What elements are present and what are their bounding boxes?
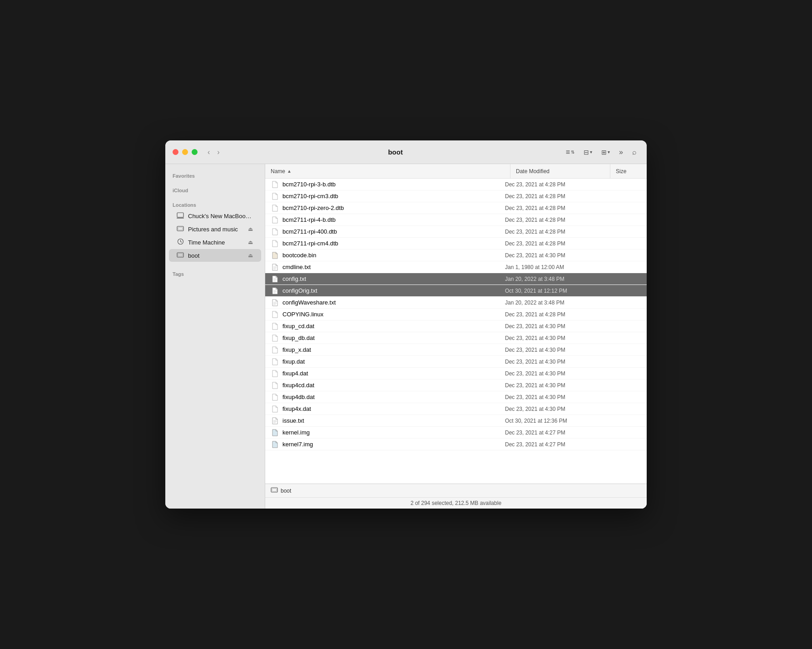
file-date: Dec 23, 2021 at 4:28 PM bbox=[505, 229, 605, 235]
file-name: fixup_db.dat bbox=[282, 334, 505, 341]
path-bar: boot bbox=[265, 484, 647, 498]
eject-boot-button[interactable]: ⏏ bbox=[247, 251, 254, 260]
clock-icon bbox=[176, 238, 184, 246]
table-row[interactable]: bcm2710-rpi-zero-2.dtb Dec 23, 2021 at 4… bbox=[265, 202, 647, 214]
file-icon bbox=[271, 240, 279, 248]
file-name: fixup4db.dat bbox=[282, 394, 505, 400]
file-name: bcm2710-rpi-zero-2.dtb bbox=[282, 205, 505, 211]
list-icon: ≡ bbox=[566, 148, 570, 156]
file-icon bbox=[271, 440, 279, 449]
table-row[interactable]: fixup_cd.dat Dec 23, 2021 at 4:30 PM bbox=[265, 320, 647, 332]
favorites-header: Favorites bbox=[165, 170, 265, 180]
eject-timemachine-button[interactable]: ⏏ bbox=[247, 238, 254, 246]
file-name: fixup4.dat bbox=[282, 370, 505, 377]
file-name: cmdline.txt bbox=[282, 264, 505, 270]
minimize-button[interactable] bbox=[182, 149, 188, 155]
sort-arrow-icon: ▲ bbox=[287, 169, 292, 174]
file-name: kernel7.img bbox=[282, 441, 505, 448]
macbook-label: Chuck's New MacBook Pro bbox=[188, 213, 254, 220]
locations-header: Locations bbox=[165, 199, 265, 210]
file-name: COPYING.linux bbox=[282, 311, 505, 318]
sidebar-item-boot[interactable]: boot ⏏ bbox=[169, 249, 261, 262]
search-button[interactable]: ⌕ bbox=[629, 146, 639, 158]
back-button[interactable]: ‹ bbox=[205, 146, 213, 158]
file-icon bbox=[271, 263, 279, 271]
column-view-button[interactable]: ⊟ ▾ bbox=[581, 147, 595, 158]
table-row[interactable]: COPYING.linux Dec 23, 2021 at 4:28 PM bbox=[265, 309, 647, 320]
file-icon bbox=[271, 228, 279, 236]
traffic-lights bbox=[173, 149, 198, 155]
table-row[interactable]: issue.txt Oct 30, 2021 at 12:36 PM bbox=[265, 415, 647, 427]
grid-icon: ⊞ bbox=[601, 149, 607, 156]
svg-rect-8 bbox=[178, 254, 183, 256]
titlebar: ‹ › boot ≡ ⇅ ⊟ ▾ ⊞ ▾ » ⌕ bbox=[165, 140, 647, 164]
table-row[interactable]: fixup4cd.dat Dec 23, 2021 at 4:30 PM bbox=[265, 379, 647, 391]
file-icon bbox=[271, 180, 279, 189]
more-button[interactable]: » bbox=[616, 146, 626, 158]
grid-view-button[interactable]: ⊞ ▾ bbox=[599, 147, 613, 158]
bottom-bar: boot 2 of 294 selected, 212.5 MB availab… bbox=[265, 484, 647, 509]
file-icon bbox=[271, 381, 279, 389]
table-row[interactable]: kernel7.img Dec 23, 2021 at 4:27 PM bbox=[265, 439, 647, 450]
file-name: bcm2710-rpi-cm3.dtb bbox=[282, 193, 505, 200]
icloud-header: iCloud bbox=[165, 184, 265, 195]
file-icon bbox=[271, 287, 279, 295]
sidebar-item-timemachine[interactable]: Time Machine ⏏ bbox=[169, 236, 261, 249]
maximize-button[interactable] bbox=[192, 149, 198, 155]
file-date: Dec 23, 2021 at 4:30 PM bbox=[505, 382, 605, 389]
file-name: config.txt bbox=[282, 275, 505, 282]
file-name: bcm2710-rpi-3-b.dtb bbox=[282, 181, 505, 188]
table-row[interactable]: fixup_x.dat Dec 23, 2021 at 4:30 PM bbox=[265, 344, 647, 356]
sort-icon: ⇅ bbox=[571, 150, 574, 155]
date-column-header[interactable]: Date Modified bbox=[510, 164, 610, 178]
table-row[interactable]: config.txt Jan 20, 2022 at 3:48 PM bbox=[265, 273, 647, 285]
svg-rect-3 bbox=[178, 227, 183, 230]
table-row[interactable]: bcm2711-rpi-4-b.dtb Dec 23, 2021 at 4:28… bbox=[265, 214, 647, 226]
forward-button[interactable]: › bbox=[214, 146, 222, 158]
file-date: Dec 23, 2021 at 4:28 PM bbox=[505, 181, 605, 188]
file-date: Dec 23, 2021 at 4:30 PM bbox=[505, 394, 605, 400]
sidebar-item-macbook[interactable]: Chuck's New MacBook Pro bbox=[169, 210, 261, 222]
table-row[interactable]: bcm2711-rpi-cm4.dtb Dec 23, 2021 at 4:28… bbox=[265, 238, 647, 250]
file-icon bbox=[271, 369, 279, 378]
file-date: Jan 20, 2022 at 3:48 PM bbox=[505, 276, 605, 282]
table-row[interactable]: bcm2710-rpi-cm3.dtb Dec 23, 2021 at 4:28… bbox=[265, 190, 647, 202]
file-date: Dec 23, 2021 at 4:30 PM bbox=[505, 323, 605, 329]
pictures-label: Pictures and music bbox=[188, 226, 243, 233]
status-bar: 2 of 294 selected, 212.5 MB available bbox=[265, 498, 647, 509]
table-row[interactable]: fixup_db.dat Dec 23, 2021 at 4:30 PM bbox=[265, 332, 647, 344]
table-row[interactable]: fixup.dat Dec 23, 2021 at 4:30 PM bbox=[265, 356, 647, 368]
file-date: Oct 30, 2021 at 12:12 PM bbox=[505, 288, 605, 294]
file-icon bbox=[271, 192, 279, 200]
close-button[interactable] bbox=[173, 149, 178, 155]
table-row[interactable]: fixup4x.dat Dec 23, 2021 at 4:30 PM bbox=[265, 403, 647, 415]
sidebar-item-pictures[interactable]: Pictures and music ⏏ bbox=[169, 223, 261, 235]
file-date: Dec 23, 2021 at 4:30 PM bbox=[505, 347, 605, 353]
table-row[interactable]: cmdline.txt Jan 1, 1980 at 12:00 AM bbox=[265, 261, 647, 273]
file-date: Oct 30, 2021 at 12:36 PM bbox=[505, 418, 605, 424]
svg-rect-0 bbox=[177, 213, 183, 217]
file-date: Dec 23, 2021 at 4:27 PM bbox=[505, 441, 605, 448]
svg-rect-1 bbox=[177, 218, 184, 219]
file-name: fixup.dat bbox=[282, 358, 505, 365]
table-row[interactable]: kernel.img Dec 23, 2021 at 4:27 PM bbox=[265, 427, 647, 439]
table-row[interactable]: fixup4db.dat Dec 23, 2021 at 4:30 PM bbox=[265, 391, 647, 403]
table-row[interactable]: bcm2710-rpi-3-b.dtb Dec 23, 2021 at 4:28… bbox=[265, 179, 647, 190]
chevron-down-icon2: ▾ bbox=[608, 150, 610, 155]
size-column-header[interactable]: Size bbox=[610, 164, 647, 178]
file-name: bcm2711-rpi-4-b.dtb bbox=[282, 216, 505, 223]
table-row[interactable]: bootcode.bin Dec 23, 2021 at 4:30 PM bbox=[265, 250, 647, 261]
table-row[interactable]: configWaveshare.txt Jan 20, 2022 at 3:48… bbox=[265, 297, 647, 309]
file-icon bbox=[271, 216, 279, 224]
list-view-button[interactable]: ≡ ⇅ bbox=[563, 146, 577, 158]
file-date: Jan 20, 2022 at 3:48 PM bbox=[505, 300, 605, 306]
file-name: fixup4x.dat bbox=[282, 405, 505, 412]
eject-pictures-button[interactable]: ⏏ bbox=[247, 225, 254, 233]
file-list[interactable]: bcm2710-rpi-3-b.dtb Dec 23, 2021 at 4:28… bbox=[265, 179, 647, 484]
name-column-header[interactable]: Name ▲ bbox=[265, 164, 510, 178]
file-icon bbox=[271, 322, 279, 330]
table-row[interactable]: configOrig.txt Oct 30, 2021 at 12:12 PM bbox=[265, 285, 647, 297]
file-date: Dec 23, 2021 at 4:30 PM bbox=[505, 252, 605, 259]
table-row[interactable]: bcm2711-rpi-400.dtb Dec 23, 2021 at 4:28… bbox=[265, 226, 647, 238]
table-row[interactable]: fixup4.dat Dec 23, 2021 at 4:30 PM bbox=[265, 368, 647, 379]
